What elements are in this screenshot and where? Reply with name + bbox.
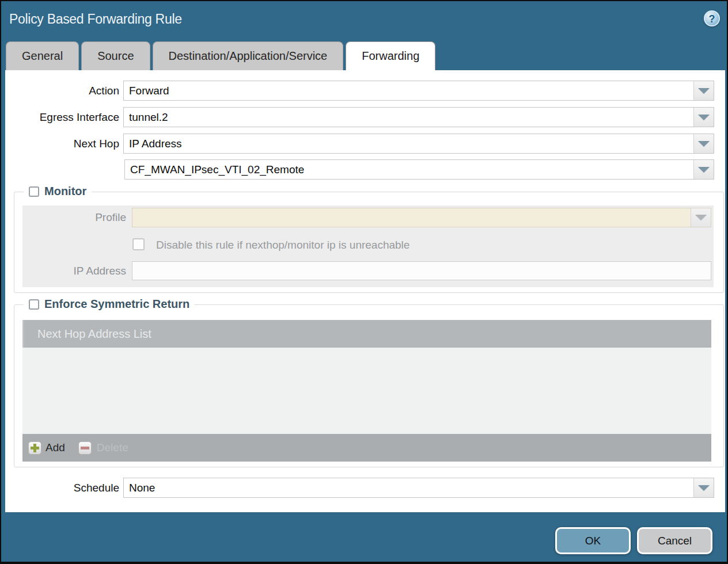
action-dropdown[interactable]: Forward [123,81,714,101]
tab-bar: General Source Destination/Application/S… [6,41,435,70]
monitor-legend-label: Monitor [44,185,86,198]
next-hop-type-dropdown-button[interactable] [693,134,714,153]
next-hop-type-value: IP Address [124,134,693,153]
egress-interface-dropdown-button[interactable] [693,108,714,127]
chevron-down-icon [695,215,707,220]
profile-value [132,208,691,227]
tab-destination-application-service[interactable]: Destination/Application/Service [153,41,344,70]
profile-label: Profile [22,208,126,227]
tab-forwarding[interactable]: Forwarding [346,41,435,70]
schedule-label: Schedule [5,478,119,498]
enforce-symmetric-return-legend-label: Enforce Symmetric Return [44,298,189,311]
add-button[interactable]: Add [46,441,65,454]
profile-dropdown-button[interactable] [691,208,711,227]
disable-rule-checkbox[interactable] [132,238,145,250]
enforce-symmetric-return-checkbox[interactable] [29,299,39,310]
profile-dropdown[interactable] [132,208,711,227]
next-hop-address-list-table: Next Hop Address List Add Delete [22,320,711,462]
action-value: Forward [124,81,693,100]
monitor-ip-address-label: IP Address [22,261,126,281]
dialog-title: Policy Based Forwarding Rule [9,12,182,27]
egress-interface-label: Egress Interface [5,107,119,127]
egress-interface-value: tunnel.2 [124,108,693,127]
enforce-symmetric-return-section: Enforce Symmetric Return Next Hop Addres… [14,304,724,467]
plus-icon[interactable] [28,441,41,455]
chevron-down-icon [698,485,710,491]
next-hop-address-value: CF_MWAN_IPsec_VTI_02_Remote [125,160,693,179]
minus-icon[interactable] [78,441,92,455]
egress-interface-dropdown[interactable]: tunnel.2 [123,107,714,127]
monitor-content: Profile Disable this rule if nexthop/mon… [22,205,714,287]
chevron-down-icon [698,141,710,147]
monitor-legend: Monitor [24,185,92,198]
schedule-value: None [124,478,693,497]
next-hop-type-dropdown[interactable]: IP Address [123,134,714,154]
next-hop-address-list-header: Next Hop Address List [22,320,711,348]
chevron-down-icon [698,88,710,94]
tab-source[interactable]: Source [81,41,150,70]
pbf-rule-dialog: Policy Based Forwarding Rule ? General S… [0,0,728,564]
chevron-down-icon [698,167,710,173]
cancel-button[interactable]: Cancel [637,527,712,554]
schedule-dropdown-button[interactable] [693,478,714,497]
chevron-down-icon [698,115,710,120]
monitor-checkbox[interactable] [29,186,39,197]
action-dropdown-button[interactable] [693,81,714,100]
monitor-ip-address-input[interactable] [132,261,711,280]
help-icon[interactable]: ? [704,10,720,26]
tab-general[interactable]: General [6,41,79,70]
enforce-symmetric-return-legend: Enforce Symmetric Return [24,298,195,311]
next-hop-address-list-toolbar: Add Delete [22,434,711,462]
ok-button[interactable]: OK [555,527,631,554]
disable-rule-label: Disable this rule if nexthop/monitor ip … [156,238,410,253]
next-hop-address-dropdown[interactable]: CF_MWAN_IPsec_VTI_02_Remote [124,159,714,180]
next-hop-address-dropdown-button[interactable] [693,160,714,179]
action-label: Action [5,81,119,101]
next-hop-label: Next Hop [5,134,119,154]
schedule-dropdown[interactable]: None [123,478,714,498]
monitor-section: Monitor Profile Disable this rule if nex… [14,192,724,293]
delete-button[interactable]: Delete [97,441,128,454]
next-hop-address-list-body[interactable] [22,348,711,434]
forwarding-tab-panel: Action Forward Egress Interface tunnel.2… [5,70,725,512]
